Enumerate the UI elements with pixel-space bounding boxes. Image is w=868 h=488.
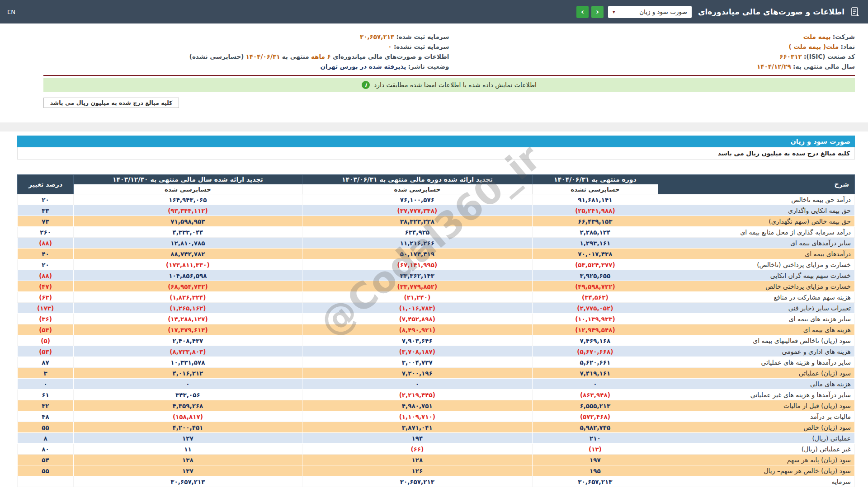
- row-label: هزینه های مالی: [658, 379, 854, 389]
- row-value: ۶,۵۵۵,۲۱۳: [532, 400, 658, 411]
- report-icon: [849, 6, 861, 18]
- registered-capital-label: سرمایه ثبت شده:: [396, 33, 449, 40]
- header-description: شرح: [658, 175, 854, 194]
- row-value: ۱۱: [74, 444, 302, 455]
- row-label: درآمدهای بیمه ای: [658, 249, 854, 259]
- row-label: هزینه های بیمه ای: [658, 324, 854, 335]
- isic-label: کد صنعت (ISIC):: [804, 53, 855, 60]
- row-label: هزینه سهم مشارکت در منافع: [658, 292, 854, 303]
- table-row: سود (زیان) عملیاتی۷,۴۱۹,۱۶۱۷,۲۰۰,۱۹۶۴,۰۱…: [18, 368, 855, 379]
- table-row: درآمد حق بیمه ناخالص۹۱,۶۸۱,۱۴۱۷۶,۱۰۰,۵۷۶…: [18, 194, 855, 205]
- row-value: ۰: [302, 379, 532, 389]
- row-value: ۳,۰۰۴,۷۳۷: [302, 357, 532, 368]
- row-value: ۱۲۷: [74, 433, 302, 444]
- row-value: ۵,۹۸۲,۷۴۵: [532, 422, 658, 433]
- subheader-unaudited: حسابرسی نشده: [532, 184, 658, 194]
- row-value: (۲۵,۲۴۱,۹۸۸): [532, 205, 658, 216]
- company-info-right-column: شرکت: بیمه ملت نماد: ملت( بیمه ملت ) کد …: [449, 32, 855, 71]
- table-row: سود (زیان) پایه هر سهم۱۹۷۱۲۸۱۳۸۵۴: [18, 455, 855, 465]
- table-row: هزینه سهم مشارکت در منافع(۳۴,۵۶۳)(۲۱,۲۴۰…: [18, 292, 855, 303]
- header-current-period: دوره منتهی به ۱۴۰۴/۰۶/۳۱: [532, 175, 658, 184]
- row-value: ۶۶,۴۳۹,۱۵۳: [532, 216, 658, 227]
- row-value: (۵): [18, 335, 74, 346]
- table-row: درآمدهای بیمه ای۷۰,۰۱۷,۴۳۸۵۰,۱۷۴,۴۱۹۸۸,۷…: [18, 249, 855, 259]
- row-value: (۱,۸۲۶,۳۲۴): [74, 292, 302, 303]
- statement-select[interactable]: صورت سود و زیان ▾: [608, 6, 692, 18]
- row-label: سود (زیان) پایه هر سهم: [658, 455, 854, 465]
- chevron-down-icon: ▾: [613, 9, 615, 15]
- row-label: هزینه های اداری و عمومی: [658, 346, 854, 357]
- isic-value: ۶۶۰۳۱۲: [779, 53, 802, 60]
- fiscal-year-label: سال مالی منتهی به:: [793, 63, 855, 70]
- row-value: ۷,۴۱۹,۱۶۱: [532, 368, 658, 379]
- next-statement-button[interactable]: ‹: [591, 6, 604, 18]
- table-row: سرمایه۳۰,۶۵۷,۲۱۳۳۰,۶۵۷,۲۱۳۳۰,۶۵۷,۲۱۳: [18, 476, 855, 487]
- row-value: (۵۷۲,۴۶۸): [532, 411, 658, 422]
- period-audit-note: (حسابرسی نشده): [189, 53, 244, 60]
- row-value: ۳۳: [18, 205, 74, 216]
- unregistered-capital-label: سرمایه ثبت نشده:: [394, 43, 449, 50]
- table-row: حق بیمه اتکایی واگذاری(۲۵,۲۴۱,۹۸۸)(۳۷,۷۷…: [18, 205, 855, 216]
- header-percent-change: درصد تغییر: [18, 175, 74, 194]
- table-row: سود (زیان) خالص هر سهم– ریال۱۹۵۱۲۶۱۳۷۵۵: [18, 465, 855, 476]
- row-value: ۵۴: [18, 455, 74, 465]
- company-label: شرکت:: [833, 33, 855, 40]
- row-value: ۳۰,۶۵۷,۲۱۳: [532, 476, 658, 487]
- row-value: (۱۳): [532, 444, 658, 455]
- row-value: (۹۳,۳۴۴,۱۱۲): [74, 205, 302, 216]
- row-label: حق بیمه خالص (سهم نگهداری): [658, 216, 854, 227]
- table-row: سود (زیان) خالص۵,۹۸۲,۷۴۵۳,۸۷۱,۰۴۱۴,۲۰۰,۴…: [18, 422, 855, 433]
- row-value: ۷,۲۰۰,۱۹۶: [302, 368, 532, 379]
- row-value: ۰: [74, 379, 302, 389]
- row-label: غیر عملیاتی (ریال): [658, 444, 854, 455]
- row-value: ۱۳۷: [74, 465, 302, 476]
- row-value: ۱۹۷: [532, 455, 658, 465]
- table-row: خسارت و مزایای پرداختی خالص(۴۹,۵۹۸,۷۲۲)(…: [18, 281, 855, 292]
- row-value: (۶۶): [302, 444, 532, 455]
- row-value: (۵۳): [18, 346, 74, 357]
- row-value: ۳۰,۶۵۷,۲۱۳: [74, 476, 302, 487]
- row-value: ۵۵: [18, 422, 74, 433]
- row-value: ۱۳۸: [74, 455, 302, 465]
- previous-statement-button[interactable]: ›: [576, 6, 589, 18]
- language-toggle[interactable]: EN: [7, 9, 15, 15]
- table-row: سایر درآمدها و هزینه های عملیاتی۵,۶۲۰,۶۶…: [18, 357, 855, 368]
- period-end-date: ۱۴۰۴/۰۶/۳۱: [246, 53, 280, 60]
- row-value: ۳: [18, 368, 74, 379]
- row-value: (۱۷,۳۷۹,۶۱۳): [74, 324, 302, 335]
- row-value: ۳۰,۶۵۷,۲۱۳: [302, 476, 532, 487]
- row-value: (۱۵۸,۸۱۷): [74, 411, 302, 422]
- fiscal-year-value: ۱۴۰۴/۱۲/۲۹: [757, 63, 791, 70]
- row-value: (۱۰,۱۳۹,۹۳۳): [532, 314, 658, 324]
- registered-capital-row: سرمایه ثبت شده: ۳۰,۶۵۷,۲۱۳: [43, 32, 449, 42]
- row-value: (۶۳): [18, 292, 74, 303]
- company-row: شرکت: بیمه ملت: [449, 32, 855, 42]
- row-value: ۱۲۶: [302, 465, 532, 476]
- row-value: ۱۹۴: [302, 433, 532, 444]
- row-value: ۴,۹۸۰,۷۵۱: [302, 400, 532, 411]
- row-label: حق بیمه اتکایی واگذاری: [658, 205, 854, 216]
- row-value: (۶۸,۹۵۴,۷۳۲): [74, 281, 302, 292]
- row-value: ۰: [532, 379, 658, 389]
- company-info-left-column: سرمایه ثبت شده: ۳۰,۶۵۷,۲۱۳ سرمایه ثبت نش…: [43, 32, 449, 71]
- income-statement-table-container: @Codal360_ir شرح دوره منتهی به ۱۴۰۴/۰۶/۳…: [17, 174, 855, 487]
- row-value: (۸۸): [18, 238, 74, 249]
- row-value: (۸۶۳,۹۴۸): [532, 389, 658, 400]
- row-value: (۳۴,۵۶۳): [532, 292, 658, 303]
- row-value: ۷۶,۱۰۰,۵۷۶: [302, 194, 532, 205]
- table-row: خسارت سهم بیمه گران اتکایی۳,۹۲۵,۶۵۵۳۳,۳۶…: [18, 270, 855, 281]
- row-value: ۴,۲۰۰,۴۵۱: [74, 422, 302, 433]
- row-value: ۳۸,۳۲۳,۲۲۸: [302, 216, 532, 227]
- section-divider: [0, 122, 868, 131]
- row-value: (۷,۴۵۲,۸۹۸): [302, 314, 532, 324]
- table-row: سایر درآمدها و هزینه های غیر عملیاتی(۸۶۳…: [18, 389, 855, 400]
- table-row: سایر هزینه های بیمه ای(۱۰,۱۳۹,۹۳۳)(۷,۴۵۲…: [18, 314, 855, 324]
- row-value: (۲,۲۱۹,۴۴۵): [302, 389, 532, 400]
- row-value: [18, 476, 74, 487]
- row-label: تغییرات سایر ذخایر فنی: [658, 303, 854, 314]
- row-value: ۳۳,۳۶۲,۱۴۳: [302, 270, 532, 281]
- row-label: سود (زیان) قبل از مالیات: [658, 400, 854, 411]
- issuer-status-row: وضعیت ناشر: پذیرفته شده در بورس تهران: [43, 61, 449, 71]
- row-value: ۷۱,۵۹۸,۹۵۳: [74, 216, 302, 227]
- row-value: (۴۷): [18, 281, 74, 292]
